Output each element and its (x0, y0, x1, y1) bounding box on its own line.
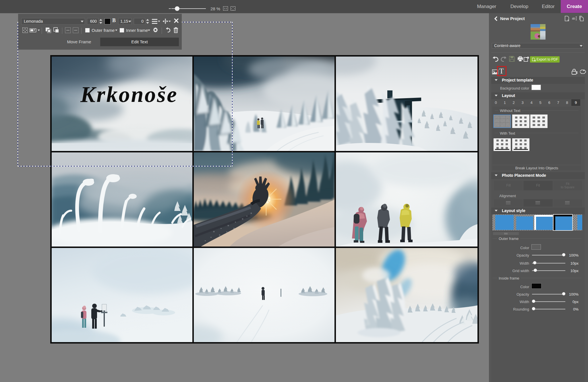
svg-text:ab: ab (572, 17, 575, 20)
